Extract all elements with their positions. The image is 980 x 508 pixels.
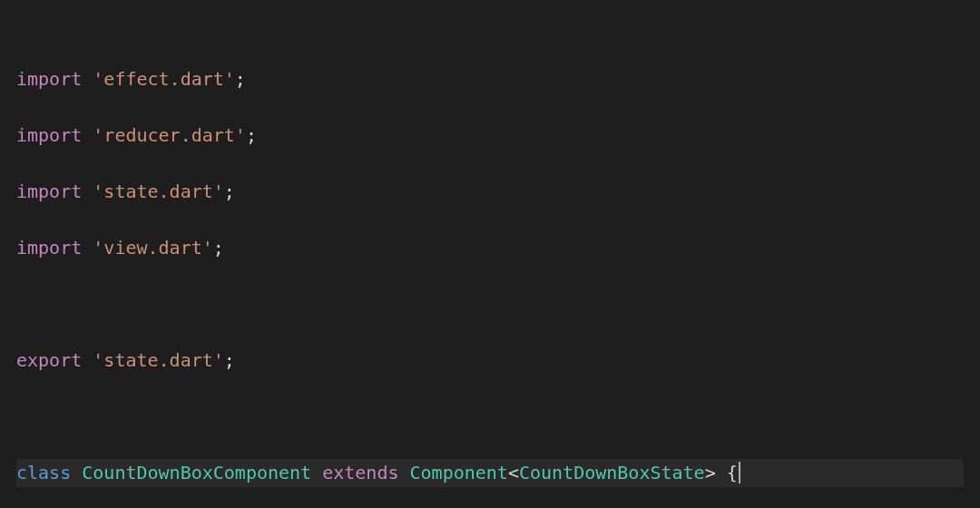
string-literal: 'reducer.dart'	[93, 124, 246, 146]
code-line: import 'state.dart';	[16, 178, 964, 206]
string-literal: 'effect.dart'	[93, 68, 235, 90]
generic-type: CountDownBoxState	[519, 462, 705, 484]
semicolon: ;	[224, 181, 235, 202]
semicolon: ;	[224, 349, 235, 371]
string-literal: 'view.dart'	[93, 237, 212, 259]
blank-line	[16, 403, 964, 431]
code-line: export 'state.dart';	[16, 347, 964, 375]
string-literal: 'state.dart'	[93, 349, 224, 371]
text-cursor	[739, 462, 740, 484]
base-class: Component	[410, 462, 508, 484]
angle-open: <	[508, 462, 519, 484]
code-line: import 'effect.dart';	[16, 65, 964, 93]
code-line: import 'reducer.dart';	[16, 122, 964, 150]
class-name: CountDownBoxComponent	[82, 462, 311, 484]
keyword-class: class	[16, 462, 71, 484]
code-line: class CountDownBoxComponent extends Comp…	[16, 459, 964, 487]
string-literal: 'state.dart'	[93, 181, 224, 202]
blank-line	[16, 290, 964, 318]
code-line: import 'view.dart';	[16, 234, 964, 262]
semicolon: ;	[246, 124, 257, 146]
keyword-import: import	[16, 181, 82, 202]
code-editor[interactable]: import 'effect.dart'; import 'reducer.da…	[0, 0, 980, 508]
keyword-import: import	[16, 68, 82, 90]
keyword-extends: extends	[322, 462, 398, 484]
brace-open: {	[727, 462, 738, 484]
semicolon: ;	[235, 68, 246, 90]
keyword-import: import	[16, 124, 82, 146]
keyword-export: export	[16, 349, 82, 371]
angle-close: >	[705, 462, 716, 484]
keyword-import: import	[16, 237, 82, 259]
semicolon: ;	[213, 237, 224, 259]
